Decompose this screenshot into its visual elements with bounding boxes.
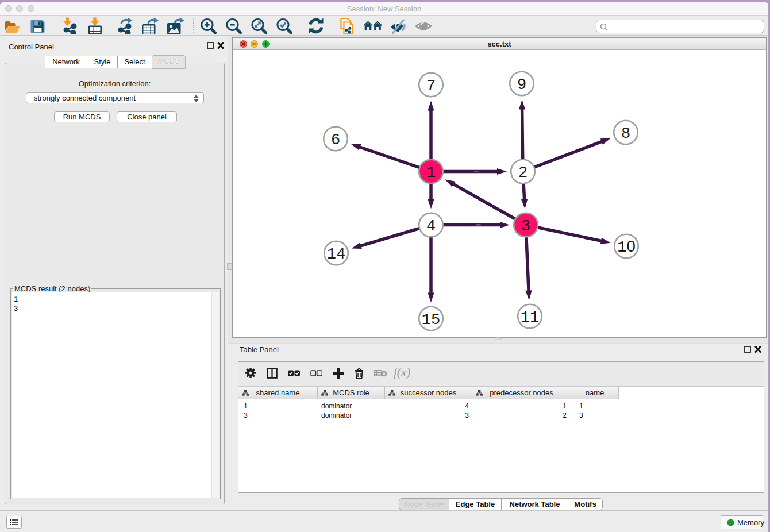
svg-text:10: 10 — [617, 237, 636, 256]
svg-text:4: 4 — [426, 218, 436, 235]
svg-text:1: 1 — [426, 164, 436, 182]
svg-text:15: 15 — [422, 311, 440, 329]
svg-text:3: 3 — [521, 218, 530, 235]
svg-text:9: 9 — [517, 76, 526, 94]
svg-text:2: 2 — [518, 164, 528, 182]
svg-text:7: 7 — [426, 78, 436, 95]
svg-text:14: 14 — [327, 246, 345, 263]
svg-text:11: 11 — [521, 309, 539, 326]
svg-text:8: 8 — [621, 125, 630, 142]
svg-text:6: 6 — [331, 132, 340, 149]
